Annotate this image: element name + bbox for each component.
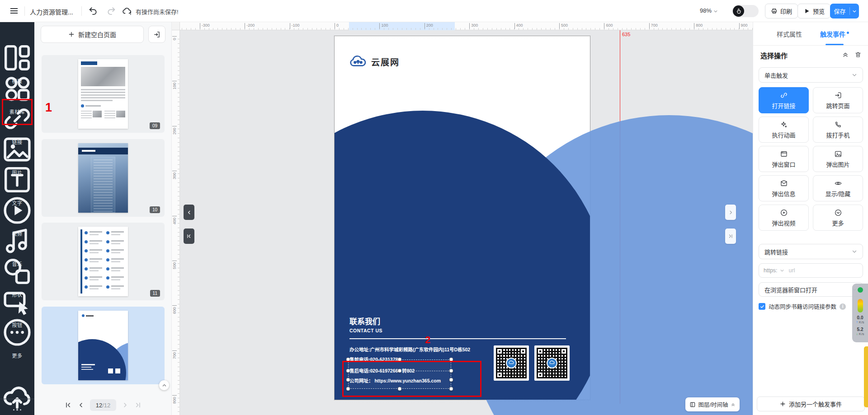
net-speed-widget[interactable]: 0.0 ↑ K/s 5.2 ↓ K/s — [852, 284, 868, 342]
preview-button[interactable]: 预览 — [797, 4, 830, 19]
play-icon — [803, 8, 810, 14]
qr-code-2[interactable] — [534, 345, 570, 381]
selection-handle[interactable] — [449, 387, 453, 391]
main-menu-icon[interactable] — [9, 6, 19, 16]
contact-subtitle[interactable]: CONTACT US — [349, 328, 382, 333]
page-thumbnail-09[interactable]: 09 — [42, 55, 165, 133]
selection-handle[interactable] — [346, 369, 350, 373]
action-popup-message[interactable]: 弹出信息 — [759, 175, 809, 201]
sidebar-item-more[interactable]: 更多 — [0, 315, 34, 359]
page-thumbnail-12[interactable] — [42, 307, 165, 384]
pages-panel: 新建空白页面 09 10 — [34, 22, 172, 415]
selection-handle[interactable] — [398, 358, 402, 362]
download-speed-unit: ↓ K/s — [856, 332, 864, 336]
image-icon — [0, 132, 34, 167]
ruler-tick: 400 — [514, 23, 523, 29]
ruler-tick: 700 — [172, 350, 177, 359]
zoom-level[interactable]: 98% — [700, 7, 718, 14]
ruler-tick: 900 — [739, 23, 748, 29]
open-mode-select[interactable]: 在浏览器新窗口打开 — [759, 282, 863, 297]
import-pages-button[interactable] — [148, 26, 165, 43]
url-input[interactable] — [784, 267, 866, 274]
selection-handle[interactable] — [449, 378, 453, 382]
page-indicator[interactable]: 12/12 — [90, 399, 116, 411]
contact-divider-line[interactable] — [349, 338, 566, 339]
page-pagination: 12/12 — [34, 396, 172, 414]
action-open-link[interactable]: 打开链接 — [759, 87, 809, 113]
canvas-first-page-button[interactable] — [184, 228, 194, 244]
save-button[interactable]: 保存 — [830, 4, 859, 19]
layers-icon — [689, 401, 696, 408]
contact-line-1[interactable]: 办公地址:广州市科学城彩频路(广东软件园内)11号D栋502 — [349, 346, 470, 353]
touch-mode-toggle[interactable] — [732, 5, 759, 17]
canvas-next-page-button[interactable] — [725, 205, 736, 220]
collapse-thumbnails-button[interactable] — [159, 380, 169, 390]
page-logo[interactable]: 云展网 — [349, 55, 400, 68]
selection-handle[interactable] — [449, 358, 453, 362]
chevron-up-icon — [162, 383, 167, 388]
selection-handle[interactable] — [346, 387, 350, 391]
page-number-badge: 09 — [150, 122, 160, 129]
selected-textbox-outline[interactable] — [348, 359, 451, 389]
selection-handle[interactable] — [398, 369, 402, 373]
action-run-animation[interactable]: 执行动画 — [759, 117, 809, 143]
delete-trigger-icon[interactable] — [854, 51, 862, 58]
sync-params-label: 动态同步书籍访问链接参数 — [769, 302, 836, 311]
action-call-phone[interactable]: 拨打手机 — [813, 117, 863, 143]
info-icon[interactable]: i — [840, 303, 846, 310]
action-popup-window[interactable]: 弹出窗口 — [759, 146, 809, 172]
print-button[interactable]: 印刷 — [765, 4, 798, 19]
tab-trigger-events[interactable]: 触发事件 — [810, 29, 859, 38]
action-popup-video[interactable]: 弹出视频 — [759, 205, 809, 231]
more-icon — [0, 315, 34, 350]
contact-title[interactable]: 联系我们 — [349, 315, 380, 326]
save-dropdown-icon[interactable] — [850, 9, 859, 14]
last-page-icon[interactable] — [134, 401, 142, 409]
ruler-tick: 700 — [649, 23, 658, 29]
protocol-select[interactable]: https: — [759, 267, 784, 274]
selection-handle[interactable] — [449, 369, 453, 373]
ruler-tick: 300 — [469, 23, 478, 29]
action-show-hide[interactable]: 显示/隐藏 — [813, 175, 863, 201]
new-blank-page-button[interactable]: 新建空白页面 — [41, 26, 144, 43]
plus-icon — [68, 31, 75, 37]
collapse-section-icon[interactable] — [842, 51, 849, 58]
divider — [24, 6, 25, 16]
ruler-tick: 0 — [172, 36, 177, 40]
action-more-icon — [834, 209, 842, 217]
canvas-last-page-button[interactable] — [725, 228, 736, 244]
undo-icon[interactable] — [88, 6, 98, 16]
link-type-select[interactable]: 跳转链接 — [759, 244, 863, 259]
sync-params-row: 动态同步书籍访问链接参数 i — [759, 302, 846, 311]
page-content-layer: 云展网 联系我们 CONTACT US 办公地址:广州市科学城彩频路(广东软件园… — [335, 36, 590, 400]
ruler-tick: 200 — [425, 23, 433, 29]
status-green-dot — [858, 287, 863, 293]
selection-handle[interactable] — [346, 358, 350, 362]
cloud-unsaved-icon — [122, 6, 132, 16]
selection-handle[interactable] — [398, 387, 402, 391]
first-page-icon[interactable] — [65, 401, 72, 409]
page-thumbnail-11[interactable]: 11 — [42, 223, 165, 300]
next-page-icon[interactable] — [122, 401, 129, 409]
cloud-logo-icon — [349, 55, 367, 68]
library-icon — [0, 71, 34, 106]
qr-code-1[interactable] — [494, 345, 529, 381]
action-goto-page[interactable]: 跳转页面 — [813, 87, 863, 113]
page-thumbnail-10[interactable]: 10 — [42, 139, 165, 217]
layers-timeline-button[interactable]: 图层/时间轴 — [685, 397, 740, 411]
edge-toolbar-handle[interactable] — [864, 346, 868, 407]
canvas-prev-page-button[interactable] — [184, 205, 194, 220]
prev-page-icon[interactable] — [77, 401, 85, 409]
unsaved-notice: 有操作尚未保存! — [136, 7, 179, 16]
action-more-actions[interactable]: 更多 — [813, 205, 863, 231]
action-popup-image[interactable]: 弹出图片 — [813, 146, 863, 172]
selection-handle[interactable] — [346, 378, 350, 382]
sync-params-checkbox[interactable] — [759, 303, 765, 310]
tab-style-properties[interactable]: 样式属性 — [764, 29, 814, 38]
design-canvas[interactable]: 云展网 联系我们 CONTACT US 办公地址:广州市科学城彩频路(广东软件园… — [172, 22, 753, 415]
trigger-mode-select[interactable]: 单击触发 — [759, 67, 863, 83]
redo-icon[interactable] — [106, 6, 116, 16]
add-trigger-button[interactable]: 添加另一个触发事件 — [757, 396, 865, 411]
chevron-down-icon — [713, 9, 718, 14]
sidebar-overflow-icon[interactable] — [0, 409, 34, 411]
